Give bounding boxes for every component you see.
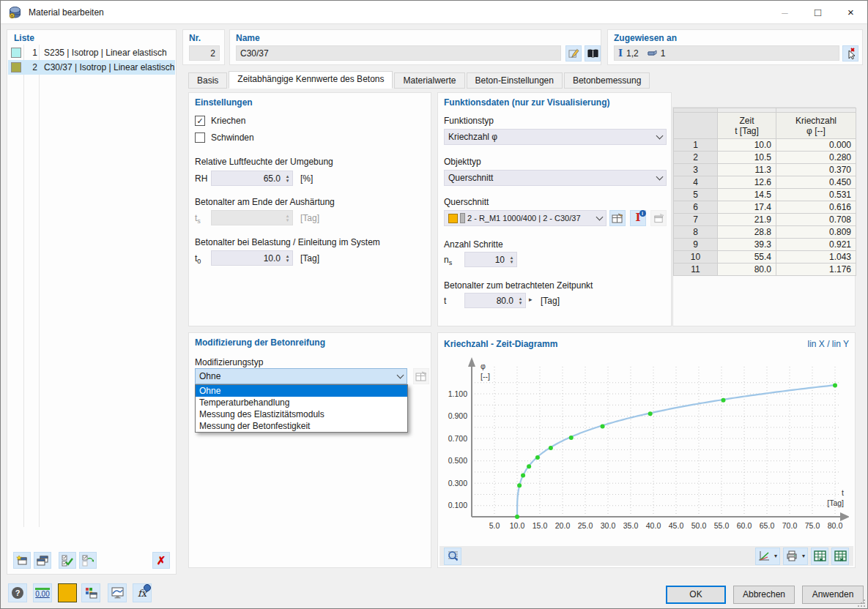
liste-item[interactable]: 1S235 | Isotrop | Linear elastisch [8,45,175,60]
material-bearbeiten-dialog: 6 Material bearbeiten – □ × Liste 1S235 … [0,0,868,609]
spin-down-icon[interactable]: ▾ [283,258,292,263]
help-button[interactable]: ? [8,583,27,602]
table-row[interactable]: 412.60.450 [674,176,856,189]
tab-beton-einstellungen[interactable]: Beton-Einstellungen [467,72,563,89]
window-title: Material bearbeiten [29,7,104,18]
units-decimals-button[interactable]: 0,00 [33,583,52,602]
liste-item[interactable]: 2C30/37 | Isotrop | Linear elastisch [8,60,175,75]
t0-spinner[interactable]: ▴▾ [283,251,292,265]
kriechzahl-cell: 0.280 [776,152,856,164]
resize-grip[interactable] [858,599,866,607]
zeit-cell: 11.3 [718,164,776,176]
liste-item-label: S235 | Isotrop | Linear elastisch [44,48,167,58]
close-button[interactable]: × [834,1,867,23]
dropdown-option[interactable]: Messung der Betonfestigkeit [196,420,407,432]
delete-material-button[interactable]: ✗ [152,552,170,569]
table-row[interactable]: 311.30.370 [674,164,856,176]
assigned-label: Zugewiesen an [614,33,677,43]
edit-table-icon [612,213,623,223]
row-number-cell: 2 [674,152,718,164]
tab-basis[interactable]: Basis [188,72,227,89]
axes-icon [758,550,770,562]
function-table-panel: Zeitt [Tag]Kriechzahlφ [--]110.00.000210… [672,107,856,326]
maximize-button[interactable]: □ [801,1,834,23]
svg-text:55.0: 55.0 [714,521,730,530]
svg-text:[Tag]: [Tag] [827,498,844,507]
table-row[interactable]: 1180.01.176 [674,264,856,276]
cancel-button[interactable]: Abbrechen [733,586,795,604]
table-row[interactable]: 828.80.809 [674,226,856,239]
name-label: Name [236,33,260,43]
chart-export-excel-button[interactable] [811,548,828,565]
material-color-button[interactable] [58,583,77,602]
funktionstyp-dropdown[interactable]: Kriechzahl φ [444,129,667,145]
table-row[interactable]: 721.90.708 [674,214,856,226]
chart-export-excel-all-button[interactable] [831,548,849,565]
kriechen-row: ✓ Kriechen [195,116,245,126]
chart-print-button[interactable]: ▾ [783,548,808,565]
copy-material-button[interactable] [34,552,51,569]
tab-zeitabhängige-kennwerte-des-betons[interactable]: Zeitabhängige Kennwerte des Betons [229,71,393,89]
svg-text:5.0: 5.0 [489,521,500,530]
t-field[interactable]: 80.0 ▴▾ [464,293,526,308]
play-icon[interactable]: ▸ [529,296,533,303]
select-all-button[interactable] [59,552,76,569]
t0-field[interactable]: 10.0 ▴▾ [211,250,293,266]
edit-modification-button [413,368,429,384]
table-row[interactable]: 514.50.531 [674,189,856,201]
schwinden-label: Schwinden [211,132,254,143]
ok-button[interactable]: OK [666,586,726,604]
data-point [833,383,837,387]
invert-selection-button[interactable] [79,552,97,569]
minimize-button[interactable]: – [768,1,801,23]
svg-text:25.0: 25.0 [578,521,593,530]
name-field[interactable]: C30/37 [236,45,561,61]
table-row[interactable]: 1055.41.043 [674,251,856,264]
rh-spinner[interactable]: ▴▾ [283,171,292,185]
table-row[interactable]: 939.30.921 [674,239,856,251]
spin-down-icon[interactable]: ▾ [508,260,516,264]
liste-item-number: 1 [26,48,37,58]
edit-section-button[interactable] [609,210,626,226]
spin-down-icon[interactable]: ▾ [283,179,292,183]
ns-spinner[interactable]: ▴▾ [508,253,516,266]
schwinden-checkbox[interactable] [195,132,205,143]
rename-button[interactable] [565,45,582,61]
table-row[interactable]: 210.50.280 [674,152,856,164]
new-window-icon [16,555,28,567]
dropdown-option[interactable]: Temperaturbehandlung [196,397,407,408]
spin-down-icon[interactable]: ▾ [516,301,524,305]
deselect-assignment-button[interactable] [842,45,858,61]
copy-window-icon [37,555,48,567]
formula-button[interactable]: fx [133,583,152,602]
tab-materialwerte[interactable]: Materialwerte [394,72,464,89]
dropdown-option[interactable]: Messung des Elastizitätsmoduls [196,408,407,420]
dropdown-option[interactable]: Ohne [196,385,407,397]
svg-text:t: t [842,488,844,497]
data-point [517,483,522,487]
new-material-button[interactable] [13,552,31,569]
objekttyp-dropdown[interactable]: Querschnitt [444,170,667,186]
table-row[interactable]: 617.40.616 [674,201,856,214]
section-info-button[interactable]: I i [630,210,646,226]
kriechzahl-cell: 0.450 [776,176,856,189]
table-row[interactable]: 110.00.000 [674,139,856,152]
assigned-group: Zugewiesen an I 1,2 1 [607,29,863,65]
t-spinner[interactable]: ▴▾ [516,294,524,307]
svg-text:0.100: 0.100 [448,501,467,509]
chart-zoom-button[interactable] [444,548,461,565]
apply-button[interactable]: Anwenden [802,586,864,604]
kriechen-checkbox[interactable]: ✓ [195,116,205,126]
rendering-button[interactable] [108,583,127,602]
library-button[interactable] [585,45,601,61]
kriechzahl-cell: 1.176 [776,264,856,276]
modifizierungstyp-dropdown[interactable]: Ohne [195,368,407,384]
ns-field[interactable]: 10 ▴▾ [464,252,517,267]
querschnitt-dropdown[interactable]: 2 - R_M1 1000/400 | 2 - C30/37 [444,210,607,226]
rh-field[interactable]: 65.0 ▴▾ [211,171,293,186]
chart-axes-options-button[interactable]: ▾ [755,548,780,565]
tab-betonbemessung[interactable]: Betonbemessung [564,72,650,89]
display-properties-button[interactable] [81,583,100,602]
objekttyp-value: Querschnitt [448,173,493,183]
chart-group: Kriechzahl - Zeit-Diagramm lin X / lin Y… [437,332,856,568]
